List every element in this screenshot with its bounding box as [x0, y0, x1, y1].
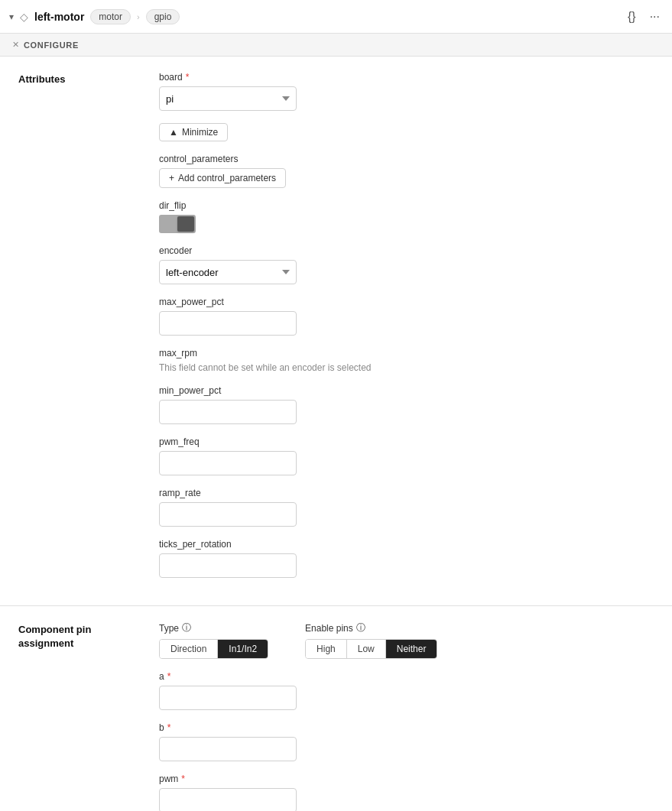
type-in1in2-button[interactable]: In1/In2 — [218, 640, 268, 658]
pin-assignment-title: Component pin assignment — [18, 621, 141, 811]
attributes-title: Attributes — [18, 72, 141, 590]
tag-separator: › — [137, 12, 140, 21]
enable-pins-label: Enable pins ⓘ — [305, 621, 437, 634]
board-label: board * — [159, 72, 654, 83]
pwm-freq-label: pwm_freq — [159, 436, 654, 447]
configure-bar-icon[interactable]: ✕ — [12, 40, 19, 50]
a-field-group: a * 12 — [159, 671, 654, 710]
a-input[interactable]: 12 — [159, 686, 297, 710]
tag-gpio[interactable]: gpio — [146, 9, 180, 24]
add-control-parameters-label: Add control_parameters — [178, 173, 276, 183]
max-power-pct-input[interactable]: 0 — [159, 311, 297, 336]
type-btn-group: Direction In1/In2 — [159, 639, 268, 659]
type-info-icon: ⓘ — [182, 621, 191, 634]
add-icon: + — [169, 173, 174, 183]
attributes-section: Attributes board * pi ▲ Minimize control… — [0, 57, 672, 606]
pwm-label: pwm * — [159, 774, 654, 784]
code-button[interactable]: {} — [625, 8, 639, 25]
ramp-rate-input[interactable]: 0 — [159, 502, 297, 527]
type-group: Type ⓘ Direction In1/In2 — [159, 621, 268, 659]
enable-pins-info-icon: ⓘ — [356, 621, 365, 634]
ramp-rate-group: ramp_rate 0 — [159, 488, 654, 527]
minimize-label: Minimize — [182, 127, 218, 138]
dir-flip-group: dir_flip — [159, 200, 654, 233]
pwm-freq-input[interactable]: 0 — [159, 451, 297, 475]
enable-neither-button[interactable]: Neither — [386, 640, 437, 658]
header-left: ▾ ◇ left-motor motor › gpio — [9, 9, 180, 24]
tag-motor[interactable]: motor — [90, 9, 131, 24]
enable-low-button[interactable]: Low — [347, 640, 386, 658]
control-parameters-group: control_parameters + Add control_paramet… — [159, 154, 654, 188]
min-power-pct-input[interactable]: 0 — [159, 400, 297, 424]
configure-bar-label: CONFIGURE — [24, 41, 79, 50]
max-rpm-label: max_rpm — [159, 348, 654, 358]
configure-bar: ✕ CONFIGURE — [0, 34, 672, 57]
type-label: Type ⓘ — [159, 621, 268, 634]
control-parameters-label: control_parameters — [159, 154, 654, 164]
enable-pins-btn-group: High Low Neither — [305, 639, 437, 659]
pwm-input[interactable] — [159, 788, 297, 811]
pin-assignment-body: Type ⓘ Direction In1/In2 Enable pins ⓘ H… — [159, 621, 654, 811]
pin-assignment-section: Component pin assignment Type ⓘ Directio… — [0, 606, 672, 811]
b-input[interactable]: 11 — [159, 737, 297, 761]
dir-flip-label: dir_flip — [159, 200, 654, 211]
toggle-knob — [177, 216, 194, 232]
b-required: * — [167, 722, 171, 733]
encoder-select[interactable]: left-encoder — [159, 260, 297, 284]
a-label: a * — [159, 671, 654, 682]
pwm-field-group: pwm * — [159, 774, 654, 811]
ticks-per-rotation-group: ticks_per_rotation 2 — [159, 539, 654, 578]
ticks-per-rotation-label: ticks_per_rotation — [159, 539, 654, 550]
max-rpm-subtext: This field cannot be set while an encode… — [159, 362, 654, 373]
board-required: * — [186, 72, 190, 83]
minimize-button[interactable]: ▲ Minimize — [159, 123, 228, 141]
attributes-body: board * pi ▲ Minimize control_parameters… — [159, 72, 654, 590]
pwm-freq-group: pwm_freq 0 — [159, 436, 654, 475]
collapse-icon[interactable]: ▾ — [9, 11, 14, 22]
diamond-icon: ◇ — [20, 11, 28, 23]
ramp-rate-label: ramp_rate — [159, 488, 654, 498]
b-field-group: b * 11 — [159, 722, 654, 761]
board-field-group: board * pi — [159, 72, 654, 111]
enable-high-button[interactable]: High — [306, 640, 347, 658]
top-header: ▾ ◇ left-motor motor › gpio {} ··· — [0, 0, 672, 34]
max-power-pct-label: max_power_pct — [159, 297, 654, 307]
pin-controls-row: Type ⓘ Direction In1/In2 Enable pins ⓘ H… — [159, 621, 654, 659]
board-select[interactable]: pi — [159, 86, 297, 111]
min-power-pct-label: min_power_pct — [159, 385, 654, 396]
min-power-pct-group: min_power_pct 0 — [159, 385, 654, 424]
enable-pins-group: Enable pins ⓘ High Low Neither — [305, 621, 437, 659]
ticks-per-rotation-input[interactable]: 2 — [159, 553, 297, 578]
component-name: left-motor — [34, 11, 84, 23]
header-right: {} ··· — [625, 8, 663, 25]
minimize-chevron-icon: ▲ — [169, 127, 178, 138]
type-direction-button[interactable]: Direction — [160, 640, 218, 658]
a-required: * — [167, 671, 171, 682]
more-button[interactable]: ··· — [647, 8, 663, 25]
pwm-required: * — [181, 774, 185, 784]
dir-flip-toggle[interactable] — [159, 215, 196, 233]
max-rpm-group: max_rpm This field cannot be set while a… — [159, 348, 654, 373]
add-control-parameters-button[interactable]: + Add control_parameters — [159, 168, 286, 188]
b-label: b * — [159, 722, 654, 733]
encoder-group: encoder left-encoder — [159, 245, 654, 284]
dir-flip-toggle-container — [159, 215, 654, 233]
encoder-label: encoder — [159, 245, 654, 256]
max-power-pct-group: max_power_pct 0 — [159, 297, 654, 336]
